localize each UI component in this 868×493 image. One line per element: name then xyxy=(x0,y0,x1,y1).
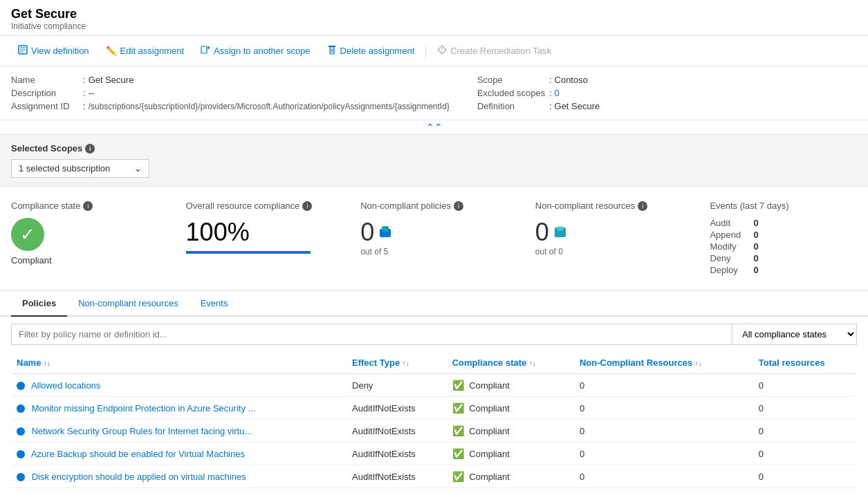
svg-rect-6 xyxy=(330,47,334,54)
tabs-bar: Policies Non-compliant resources Events xyxy=(0,291,868,317)
non-compliant-policies-title: Non-compliant policies i xyxy=(360,201,508,211)
cell-non-compliant-0: 0 xyxy=(574,374,753,397)
non-compliant-policies-info-icon: i xyxy=(454,201,463,211)
scope-info-icon: i xyxy=(85,144,95,154)
col-effect-type: Effect Type ↑↓ xyxy=(347,352,447,374)
policy-cube-icon xyxy=(378,225,392,241)
events-title: Events (last 7 days) xyxy=(710,201,857,211)
progress-bar-fill xyxy=(186,251,311,254)
svg-rect-14 xyxy=(557,226,564,231)
event-deploy-label: Deploy xyxy=(710,265,748,275)
table-header: Name ↑↓ Effect Type ↑↓ Compliance state … xyxy=(11,352,857,374)
meta-assignment-id-value: /subscriptions/{subscriptionId}/provider… xyxy=(89,102,450,111)
assign-scope-label: Assign to another scope xyxy=(214,46,310,56)
resource-cube-icon xyxy=(553,225,567,241)
meta-assignment-id-label: Assignment ID xyxy=(11,101,80,111)
policy-name-link-2[interactable]: Network Security Group Rules for Interne… xyxy=(32,426,252,436)
cell-compliance-1: ✅ Compliant xyxy=(447,397,574,420)
non-compliant-policies-value: 0 xyxy=(360,218,374,247)
assign-scope-button[interactable]: Assign to another scope xyxy=(194,41,317,60)
overall-compliance-metric: Overall resource compliance i 100% xyxy=(186,201,333,277)
compliance-state-filter[interactable]: All compliance states xyxy=(732,324,857,345)
row-compliant-icon: ✅ xyxy=(452,448,464,459)
row-compliant-icon: ✅ xyxy=(452,402,464,413)
scope-dropdown[interactable]: 1 selected subscription ⌄ xyxy=(11,159,149,178)
tab-events[interactable]: Events xyxy=(190,291,239,317)
sort-compliance-icon[interactable]: ↑↓ xyxy=(529,360,536,367)
edit-assignment-button[interactable]: ✏️ Edit assignment xyxy=(99,42,192,59)
policy-filter-input[interactable] xyxy=(11,324,732,345)
table-row: Network Security Group Rules for Interne… xyxy=(11,420,857,443)
remediation-icon xyxy=(437,45,447,57)
policy-name-link-1[interactable]: Monitor missing Endpoint Protection in A… xyxy=(32,403,256,413)
metadata-left: Name : Get Secure Description : -- Assig… xyxy=(11,75,450,111)
policy-row-dot-icon xyxy=(17,404,25,413)
meta-definition-row: Definition : Get Secure xyxy=(477,101,857,111)
non-compliant-resources-metric: Non-compliant resources i 0 out of 0 xyxy=(535,201,683,277)
policy-name-link-3[interactable]: Azure Backup should be enabled for Virtu… xyxy=(31,449,245,459)
tab-policies[interactable]: Policies xyxy=(11,291,67,317)
policies-table-container: Name ↑↓ Effect Type ↑↓ Compliance state … xyxy=(0,352,868,488)
delete-assignment-button[interactable]: Delete assignment xyxy=(320,41,422,60)
cell-total-2: 0 xyxy=(753,420,857,443)
event-append-label: Append xyxy=(710,230,748,240)
svg-rect-4 xyxy=(201,46,207,53)
page-header: Get Secure Initiative compliance xyxy=(0,0,868,36)
row-compliance-value: Compliant xyxy=(469,449,510,459)
non-compliant-policies-out-of: out of 5 xyxy=(360,247,508,257)
sort-effect-icon[interactable]: ↑↓ xyxy=(403,360,409,367)
policy-row-dot-icon xyxy=(17,427,25,436)
compliance-state-value: Compliant xyxy=(11,255,158,266)
non-compliant-resources-info-icon: i xyxy=(638,201,647,211)
events-list: Audit 0 Append 0 Modify 0 Deny 0 Deploy … xyxy=(710,218,857,275)
cell-total-3: 0 xyxy=(753,443,857,465)
meta-excluded-label: Excluded scopes xyxy=(477,88,546,98)
cell-total-1: 0 xyxy=(753,397,857,420)
view-definition-label: View definition xyxy=(31,46,89,56)
view-definition-button[interactable]: View definition xyxy=(11,41,96,60)
edit-icon: ✏️ xyxy=(106,46,117,56)
progress-bar-container xyxy=(186,251,333,254)
meta-name-value: Get Secure xyxy=(89,75,134,85)
policy-name-link-0[interactable]: Allowed locations xyxy=(31,380,100,391)
event-audit-value: 0 xyxy=(753,218,758,228)
collapse-button[interactable]: ⌃⌃ xyxy=(0,120,868,135)
assign-scope-icon xyxy=(201,45,210,57)
event-deploy-row: Deploy 0 xyxy=(710,265,857,275)
policy-row-dot-icon xyxy=(17,473,25,481)
meta-name-label: Name xyxy=(11,75,80,85)
meta-assignment-id-row: Assignment ID : /subscriptions/{subscrip… xyxy=(11,101,450,111)
event-modify-row: Modify 0 xyxy=(710,241,857,252)
create-remediation-button[interactable]: Create Remediation Task xyxy=(430,41,558,60)
event-modify-label: Modify xyxy=(710,241,748,252)
delete-assignment-label: Delete assignment xyxy=(340,46,415,56)
non-compliant-resources-out-of: out of 0 xyxy=(535,247,683,257)
page-subtitle: Initiative compliance xyxy=(11,21,857,31)
policy-name-link-4[interactable]: Disk encryption should be applied on vir… xyxy=(32,472,246,482)
meta-excluded-value[interactable]: 0 xyxy=(555,88,560,98)
tab-non-compliant-resources[interactable]: Non-compliant resources xyxy=(67,291,190,317)
sort-name-icon[interactable]: ↑↓ xyxy=(44,360,50,367)
meta-definition-label: Definition xyxy=(477,101,546,111)
cell-effect-1: AuditIfNotExists xyxy=(347,397,447,420)
create-remediation-label: Create Remediation Task xyxy=(450,46,551,56)
non-compliant-policies-metric: Non-compliant policies i 0 out of 5 xyxy=(360,201,508,277)
meta-scope-label: Scope xyxy=(477,75,546,85)
event-modify-value: 0 xyxy=(753,241,758,252)
table-row: Allowed locations Deny ✅ Compliant 0 0 xyxy=(11,374,857,397)
sort-non-compliant-icon[interactable]: ↑↓ xyxy=(695,360,702,367)
row-compliance-value: Compliant xyxy=(469,472,510,482)
metadata-right: Scope : Contoso Excluded scopes : 0 Defi… xyxy=(477,75,857,111)
cell-compliance-2: ✅ Compliant xyxy=(447,420,574,443)
scope-section: Selected Scopes i 1 selected subscriptio… xyxy=(0,135,868,187)
row-compliance-value: Compliant xyxy=(469,426,510,436)
view-definition-icon xyxy=(18,45,28,57)
filter-bar: All compliance states xyxy=(0,317,868,352)
event-deploy-value: 0 xyxy=(753,265,758,275)
meta-excluded-row: Excluded scopes : 0 xyxy=(477,88,857,98)
event-append-row: Append 0 xyxy=(710,230,857,240)
cell-non-compliant-3: 0 xyxy=(574,443,753,465)
overall-compliance-info-icon: i xyxy=(302,201,312,211)
table-row: Disk encryption should be applied on vir… xyxy=(11,465,857,488)
cell-effect-3: AuditIfNotExists xyxy=(347,443,447,465)
